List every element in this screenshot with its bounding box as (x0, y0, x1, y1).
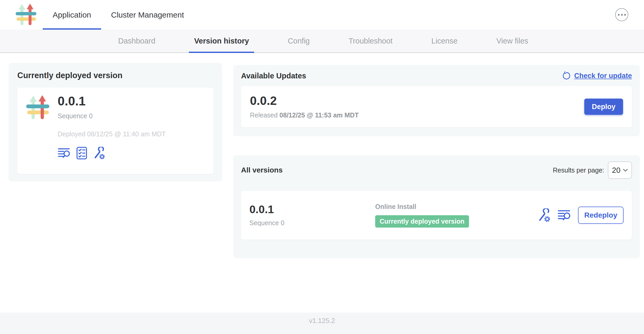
overflow-menu-button[interactable] (615, 8, 628, 21)
subnav-dashboard[interactable]: Dashboard (113, 30, 161, 52)
tab-application-label: Application (53, 10, 91, 19)
update-version-number: 0.0.2 (250, 95, 359, 107)
deployed-version-info: 0.0.1 Sequence 0 Deployed 08/12/25 @ 11:… (58, 95, 166, 167)
deployed-sequence: Sequence 0 (58, 112, 166, 120)
version-row-info: 0.0.1 Sequence 0 (249, 204, 375, 227)
released-timestamp: 08/12/25 @ 11:53 am MDT (280, 111, 359, 119)
available-updates-card: Available Updates Check for update (233, 65, 640, 136)
deployed-version-number: 0.0.1 (58, 95, 166, 107)
deployed-version-panel: 0.0.1 Sequence 0 Deployed 08/12/25 @ 11:… (17, 88, 214, 174)
subnav-version-history[interactable]: Version history (189, 30, 254, 52)
row-version-number: 0.0.1 (249, 204, 375, 215)
check-for-update-link[interactable]: Check for update (562, 71, 632, 80)
available-updates-title: Available Updates (241, 72, 306, 80)
app-subnav: Dashboard Version history Config Trouble… (0, 30, 644, 53)
subnav-troubleshoot[interactable]: Troubleshoot (343, 30, 398, 52)
results-per-page-value: 20 (612, 166, 620, 175)
topnav-tabs: Application Cluster Management (43, 0, 194, 30)
console-version: v1.125.2 (309, 317, 335, 325)
deployed-actions (58, 147, 166, 159)
deploy-button[interactable]: Deploy (584, 99, 623, 115)
main-content: Currently deployed version 0.0.1 Sequenc… (0, 53, 644, 313)
edit-config-icon[interactable] (93, 147, 105, 159)
tab-application[interactable]: Application (43, 0, 101, 30)
currently-deployed-badge: Currently deployed version (375, 215, 469, 228)
row-view-diff-icon[interactable] (558, 209, 571, 221)
subnav-config[interactable]: Config (282, 30, 315, 52)
update-row: 0.0.2 Released 08/12/25 @ 11:53 am MDT D… (241, 86, 632, 127)
deployed-card-title: Currently deployed version (17, 71, 214, 80)
admin-console-page: Application Cluster Management Dashboard… (0, 0, 644, 334)
all-versions-card: All versions Results per page: 20 (233, 155, 640, 258)
right-column: Available Updates Check for update (233, 65, 640, 258)
chevron-down-icon (623, 169, 628, 172)
page-footer: v1.125.2 (0, 313, 644, 334)
tab-cluster-management-label: Cluster Management (111, 10, 184, 19)
tab-cluster-management[interactable]: Cluster Management (101, 0, 194, 30)
row-sequence: Sequence 0 (249, 219, 375, 227)
results-per-page-label: Results per page: (553, 166, 604, 174)
subnav-view-files[interactable]: View files (491, 30, 533, 52)
app-logo-icon (15, 3, 38, 26)
results-per-page: Results per page: 20 (553, 161, 632, 179)
redeploy-button[interactable]: Redeploy (578, 207, 624, 224)
version-row: 0.0.1 Sequence 0 Online Install Currentl… (241, 191, 632, 240)
results-per-page-select[interactable]: 20 (608, 161, 632, 179)
install-type-label: Online Install (375, 203, 416, 211)
version-row-actions: Redeploy (537, 207, 624, 224)
version-row-status: Online Install Currently deployed versio… (375, 203, 469, 228)
currently-deployed-card: Currently deployed version 0.0.1 Sequenc… (9, 63, 222, 182)
update-released-line: Released 08/12/25 @ 11:53 am MDT (250, 111, 359, 119)
released-label: Released (250, 111, 278, 119)
app-logo-icon (26, 95, 51, 120)
view-diff-icon[interactable] (58, 147, 71, 159)
row-edit-config-icon[interactable] (537, 208, 551, 222)
refresh-icon (562, 71, 571, 80)
deployed-timestamp: Deployed 08/12/25 @ 11:40 am MDT (58, 130, 166, 138)
top-navigation: Application Cluster Management (0, 0, 644, 30)
check-for-update-label: Check for update (574, 72, 632, 80)
update-info: 0.0.2 Released 08/12/25 @ 11:53 am MDT (250, 95, 359, 119)
subnav-license[interactable]: License (426, 30, 463, 52)
all-versions-title: All versions (241, 166, 283, 174)
ellipsis-icon (618, 14, 620, 16)
preflight-checks-icon[interactable] (77, 147, 87, 159)
